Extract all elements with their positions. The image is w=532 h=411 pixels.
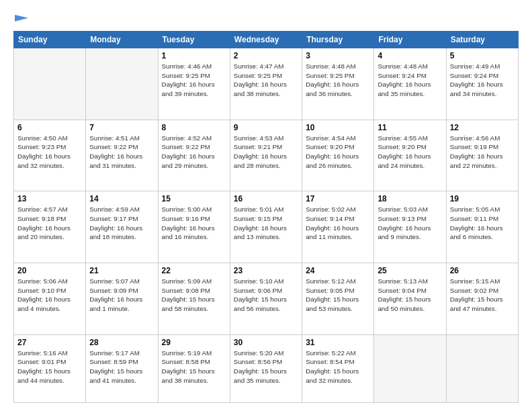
day-info: Sunrise: 5:07 AM Sunset: 9:09 PM Dayligh…: [89, 277, 154, 314]
day-number: 8: [162, 123, 226, 132]
calendar-day-cell: 6Sunrise: 4:50 AM Sunset: 9:23 PM Daylig…: [14, 120, 86, 191]
day-info: Sunrise: 5:01 AM Sunset: 9:15 PM Dayligh…: [234, 205, 298, 242]
calendar-day-cell: 5Sunrise: 4:49 AM Sunset: 9:24 PM Daylig…: [446, 48, 518, 120]
calendar-day-cell: 3Sunrise: 4:48 AM Sunset: 9:25 PM Daylig…: [302, 48, 374, 120]
calendar-day-cell: 18Sunrise: 5:03 AM Sunset: 9:13 PM Dayli…: [374, 191, 446, 263]
calendar-day-cell: 14Sunrise: 4:59 AM Sunset: 9:17 PM Dayli…: [86, 191, 158, 263]
calendar-day-cell: [14, 48, 86, 120]
calendar-day-cell: 4Sunrise: 4:48 AM Sunset: 9:24 PM Daylig…: [374, 48, 446, 120]
calendar-week-row: 27Sunrise: 5:16 AM Sunset: 9:01 PM Dayli…: [14, 334, 519, 402]
day-info: Sunrise: 5:00 AM Sunset: 9:16 PM Dayligh…: [162, 205, 226, 242]
calendar-day-cell: 28Sunrise: 5:17 AM Sunset: 8:59 PM Dayli…: [86, 334, 158, 402]
day-number: 3: [306, 51, 370, 60]
day-number: 31: [306, 338, 370, 347]
calendar-day-cell: 7Sunrise: 4:51 AM Sunset: 9:22 PM Daylig…: [86, 120, 158, 191]
calendar-header-row: SundayMondayTuesdayWednesdayThursdayFrid…: [14, 31, 519, 48]
day-number: 19: [450, 194, 515, 203]
calendar-day-cell: 23Sunrise: 5:10 AM Sunset: 9:06 PM Dayli…: [230, 263, 302, 334]
calendar-day-cell: 1Sunrise: 4:46 AM Sunset: 9:25 PM Daylig…: [158, 48, 230, 120]
day-info: Sunrise: 4:59 AM Sunset: 9:17 PM Dayligh…: [89, 205, 154, 242]
day-number: 10: [306, 123, 370, 132]
calendar-table: SundayMondayTuesdayWednesdayThursdayFrid…: [13, 31, 519, 403]
day-number: 24: [306, 266, 370, 275]
calendar-day-cell: 27Sunrise: 5:16 AM Sunset: 9:01 PM Dayli…: [14, 334, 86, 402]
day-number: 5: [450, 51, 515, 60]
day-info: Sunrise: 5:19 AM Sunset: 8:58 PM Dayligh…: [162, 349, 226, 385]
day-number: 27: [17, 338, 82, 347]
day-number: 16: [234, 194, 298, 203]
day-info: Sunrise: 4:46 AM Sunset: 9:25 PM Dayligh…: [162, 62, 226, 99]
day-of-week-header: Wednesday: [230, 31, 302, 48]
day-info: Sunrise: 5:09 AM Sunset: 9:08 PM Dayligh…: [162, 277, 226, 314]
calendar-day-cell: 24Sunrise: 5:12 AM Sunset: 9:05 PM Dayli…: [302, 263, 374, 334]
day-number: 17: [306, 194, 370, 203]
header: [13, 12, 519, 26]
day-number: 21: [89, 266, 154, 275]
day-number: 22: [162, 266, 226, 275]
calendar-day-cell: 25Sunrise: 5:13 AM Sunset: 9:04 PM Dayli…: [374, 263, 446, 334]
day-number: 30: [234, 338, 298, 347]
calendar-day-cell: [86, 48, 158, 120]
calendar-day-cell: 19Sunrise: 5:05 AM Sunset: 9:11 PM Dayli…: [446, 191, 518, 263]
calendar-day-cell: 12Sunrise: 4:56 AM Sunset: 9:19 PM Dayli…: [446, 120, 518, 191]
day-number: 12: [450, 123, 515, 132]
logo-icon: [13, 15, 30, 21]
day-info: Sunrise: 4:50 AM Sunset: 9:23 PM Dayligh…: [17, 134, 82, 171]
calendar-day-cell: 8Sunrise: 4:52 AM Sunset: 9:22 PM Daylig…: [158, 120, 230, 191]
calendar-day-cell: 31Sunrise: 5:22 AM Sunset: 8:54 PM Dayli…: [302, 334, 374, 402]
day-info: Sunrise: 4:53 AM Sunset: 9:21 PM Dayligh…: [234, 134, 298, 171]
day-number: 14: [89, 194, 154, 203]
logo: [13, 12, 30, 26]
day-number: 2: [234, 51, 298, 60]
day-number: 15: [162, 194, 226, 203]
day-of-week-header: Tuesday: [158, 31, 230, 48]
day-number: 18: [378, 194, 442, 203]
day-info: Sunrise: 5:02 AM Sunset: 9:14 PM Dayligh…: [306, 205, 370, 242]
calendar-day-cell: 11Sunrise: 4:55 AM Sunset: 9:20 PM Dayli…: [374, 120, 446, 191]
page: SundayMondayTuesdayWednesdayThursdayFrid…: [0, 0, 532, 411]
day-info: Sunrise: 5:16 AM Sunset: 9:01 PM Dayligh…: [17, 349, 82, 385]
day-info: Sunrise: 4:49 AM Sunset: 9:24 PM Dayligh…: [450, 62, 515, 99]
day-info: Sunrise: 4:55 AM Sunset: 9:20 PM Dayligh…: [378, 134, 442, 171]
day-number: 25: [378, 266, 442, 275]
day-number: 26: [450, 266, 515, 275]
day-info: Sunrise: 5:15 AM Sunset: 9:02 PM Dayligh…: [450, 277, 515, 314]
calendar-day-cell: 29Sunrise: 5:19 AM Sunset: 8:58 PM Dayli…: [158, 334, 230, 402]
day-info: Sunrise: 4:48 AM Sunset: 9:25 PM Dayligh…: [306, 62, 370, 99]
day-of-week-header: Sunday: [14, 31, 86, 48]
day-number: 29: [162, 338, 226, 347]
day-info: Sunrise: 5:22 AM Sunset: 8:54 PM Dayligh…: [306, 349, 370, 385]
day-number: 1: [162, 51, 226, 60]
calendar-day-cell: 15Sunrise: 5:00 AM Sunset: 9:16 PM Dayli…: [158, 191, 230, 263]
calendar-week-row: 6Sunrise: 4:50 AM Sunset: 9:23 PM Daylig…: [14, 120, 519, 191]
svg-marker-0: [15, 15, 28, 21]
calendar-day-cell: 13Sunrise: 4:57 AM Sunset: 9:18 PM Dayli…: [14, 191, 86, 263]
calendar-day-cell: 17Sunrise: 5:02 AM Sunset: 9:14 PM Dayli…: [302, 191, 374, 263]
day-info: Sunrise: 5:10 AM Sunset: 9:06 PM Dayligh…: [234, 277, 298, 314]
day-of-week-header: Thursday: [302, 31, 374, 48]
day-info: Sunrise: 4:56 AM Sunset: 9:19 PM Dayligh…: [450, 134, 515, 171]
day-number: 4: [378, 51, 442, 60]
calendar-day-cell: 22Sunrise: 5:09 AM Sunset: 9:08 PM Dayli…: [158, 263, 230, 334]
day-info: Sunrise: 4:48 AM Sunset: 9:24 PM Dayligh…: [378, 62, 442, 99]
day-info: Sunrise: 4:52 AM Sunset: 9:22 PM Dayligh…: [162, 134, 226, 171]
calendar-day-cell: 10Sunrise: 4:54 AM Sunset: 9:20 PM Dayli…: [302, 120, 374, 191]
day-number: 13: [17, 194, 82, 203]
day-info: Sunrise: 5:20 AM Sunset: 8:56 PM Dayligh…: [234, 349, 298, 385]
day-info: Sunrise: 4:54 AM Sunset: 9:20 PM Dayligh…: [306, 134, 370, 171]
calendar-day-cell: 21Sunrise: 5:07 AM Sunset: 9:09 PM Dayli…: [86, 263, 158, 334]
day-info: Sunrise: 5:06 AM Sunset: 9:10 PM Dayligh…: [17, 277, 82, 314]
day-info: Sunrise: 4:57 AM Sunset: 9:18 PM Dayligh…: [17, 205, 82, 242]
calendar-day-cell: [374, 334, 446, 402]
calendar-day-cell: 26Sunrise: 5:15 AM Sunset: 9:02 PM Dayli…: [446, 263, 518, 334]
day-info: Sunrise: 4:51 AM Sunset: 9:22 PM Dayligh…: [89, 134, 154, 171]
calendar-day-cell: 16Sunrise: 5:01 AM Sunset: 9:15 PM Dayli…: [230, 191, 302, 263]
day-info: Sunrise: 5:13 AM Sunset: 9:04 PM Dayligh…: [378, 277, 442, 314]
calendar-day-cell: 2Sunrise: 4:47 AM Sunset: 9:25 PM Daylig…: [230, 48, 302, 120]
calendar-week-row: 13Sunrise: 4:57 AM Sunset: 9:18 PM Dayli…: [14, 191, 519, 263]
calendar-day-cell: 20Sunrise: 5:06 AM Sunset: 9:10 PM Dayli…: [14, 263, 86, 334]
day-info: Sunrise: 5:12 AM Sunset: 9:05 PM Dayligh…: [306, 277, 370, 314]
day-number: 7: [89, 123, 154, 132]
calendar-day-cell: 9Sunrise: 4:53 AM Sunset: 9:21 PM Daylig…: [230, 120, 302, 191]
day-info: Sunrise: 5:05 AM Sunset: 9:11 PM Dayligh…: [450, 205, 515, 242]
